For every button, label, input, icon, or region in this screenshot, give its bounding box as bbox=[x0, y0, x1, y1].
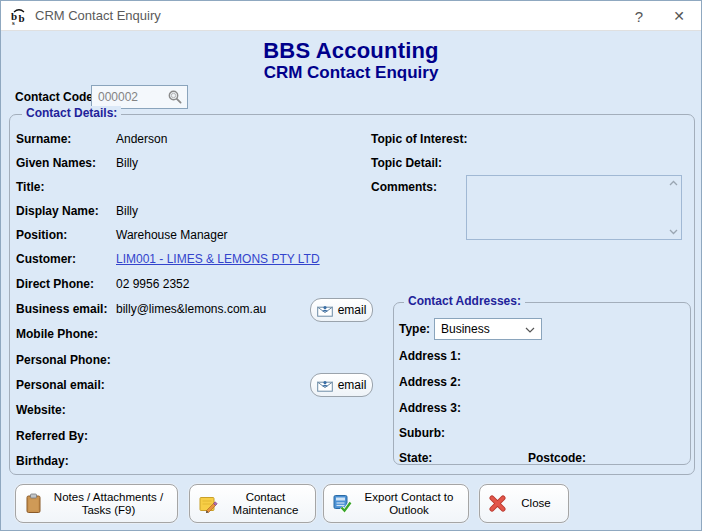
email-button-label: email bbox=[338, 378, 367, 392]
personal-email-label: Personal email: bbox=[16, 378, 105, 392]
email-envelope-icon bbox=[317, 304, 333, 317]
notes-attachments-tasks-label: Notes / Attachments / Tasks (F9) bbox=[42, 491, 177, 517]
address-type-label: Type: bbox=[399, 322, 430, 336]
notes-attachments-tasks-button[interactable]: Notes / Attachments / Tasks (F9) bbox=[15, 484, 178, 523]
topic-of-interest-label: Topic of Interest: bbox=[371, 132, 467, 146]
title-label: Title: bbox=[16, 180, 44, 194]
direct-phone-label: Direct Phone: bbox=[16, 277, 94, 291]
scroll-down-icon[interactable] bbox=[669, 229, 678, 235]
contact-maintenance-button[interactable]: Contact Maintenance bbox=[189, 484, 316, 523]
website-label: Website: bbox=[16, 403, 66, 417]
surname-label: Surname: bbox=[16, 132, 71, 146]
app-heading: BBS Accounting bbox=[1, 38, 701, 64]
suburb-label: Suburb: bbox=[399, 426, 445, 440]
svg-text:s: s bbox=[12, 19, 15, 25]
comments-scrollbar[interactable] bbox=[665, 176, 681, 239]
state-label: State: bbox=[399, 451, 432, 465]
svg-text:b: b bbox=[19, 12, 25, 24]
mobile-phone-label: Mobile Phone: bbox=[16, 327, 98, 341]
personal-phone-label: Personal Phone: bbox=[16, 353, 111, 367]
magnifier-icon[interactable] bbox=[167, 89, 183, 105]
window-close-button[interactable]: ✕ bbox=[661, 1, 697, 31]
note-pencil-icon bbox=[199, 495, 218, 513]
surname-value: Anderson bbox=[116, 132, 167, 146]
birthday-label: Birthday: bbox=[16, 454, 69, 468]
close-button[interactable]: Close bbox=[479, 484, 569, 523]
address2-label: Address 2: bbox=[399, 375, 461, 389]
red-x-icon bbox=[489, 495, 506, 512]
export-contact-to-outlook-button[interactable]: Export Contact to Outlook bbox=[323, 484, 469, 523]
client-area: BBS Accounting CRM Contact Enquiry Conta… bbox=[1, 32, 701, 530]
chevron-down-icon bbox=[525, 327, 535, 333]
business-email-button[interactable]: email bbox=[310, 298, 373, 322]
close-button-label: Close bbox=[506, 497, 568, 510]
personal-email-button[interactable]: email bbox=[310, 373, 373, 397]
customer-label: Customer: bbox=[16, 252, 76, 266]
comments-textarea[interactable] bbox=[466, 175, 682, 240]
window-title: CRM Contact Enquiry bbox=[35, 8, 161, 23]
clipboard-icon bbox=[25, 493, 42, 514]
contact-addresses-legend: Contact Addresses: bbox=[404, 294, 525, 308]
address-type-select[interactable]: Business bbox=[434, 318, 542, 340]
crm-contact-enquiry-window: b s b CRM Contact Enquiry ? ✕ BBS Accoun… bbox=[0, 0, 702, 531]
export-contact-to-outlook-label: Export Contact to Outlook bbox=[352, 491, 468, 517]
contact-code-value: 000002 bbox=[92, 90, 167, 104]
comments-label: Comments: bbox=[371, 180, 437, 194]
topic-detail-label: Topic Detail: bbox=[371, 156, 442, 170]
direct-phone-value: 02 9956 2352 bbox=[116, 277, 189, 291]
given-names-value: Billy bbox=[116, 156, 138, 170]
business-email-value: billy@limes&lemons.com.au bbox=[116, 302, 266, 316]
address1-label: Address 1: bbox=[399, 349, 461, 363]
email-envelope-icon bbox=[317, 379, 333, 392]
display-name-value: Billy bbox=[116, 204, 138, 218]
scroll-up-icon[interactable] bbox=[669, 180, 678, 186]
display-name-label: Display Name: bbox=[16, 204, 99, 218]
position-value: Warehouse Manager bbox=[116, 228, 228, 242]
given-names-label: Given Names: bbox=[16, 156, 96, 170]
postcode-label: Postcode: bbox=[528, 451, 586, 465]
contact-details-legend: Contact Details: bbox=[22, 106, 121, 120]
business-email-label: Business email: bbox=[16, 302, 107, 316]
screen-heading: CRM Contact Enquiry bbox=[1, 63, 701, 83]
contact-maintenance-label: Contact Maintenance bbox=[218, 491, 315, 517]
email-button-label: email bbox=[338, 303, 367, 317]
address-type-value: Business bbox=[441, 322, 490, 336]
outlook-check-icon bbox=[333, 494, 352, 513]
position-label: Position: bbox=[16, 228, 67, 242]
address3-label: Address 3: bbox=[399, 401, 461, 415]
customer-link[interactable]: LIM001 - LIMES & LEMONS PTY LTD bbox=[116, 252, 320, 266]
referred-by-label: Referred By: bbox=[16, 429, 88, 443]
contact-code-label: Contact Code: bbox=[15, 90, 97, 104]
help-button[interactable]: ? bbox=[621, 1, 657, 31]
bsb-logo-icon: b s b bbox=[10, 7, 28, 25]
titlebar: b s b CRM Contact Enquiry ? ✕ bbox=[1, 1, 701, 31]
